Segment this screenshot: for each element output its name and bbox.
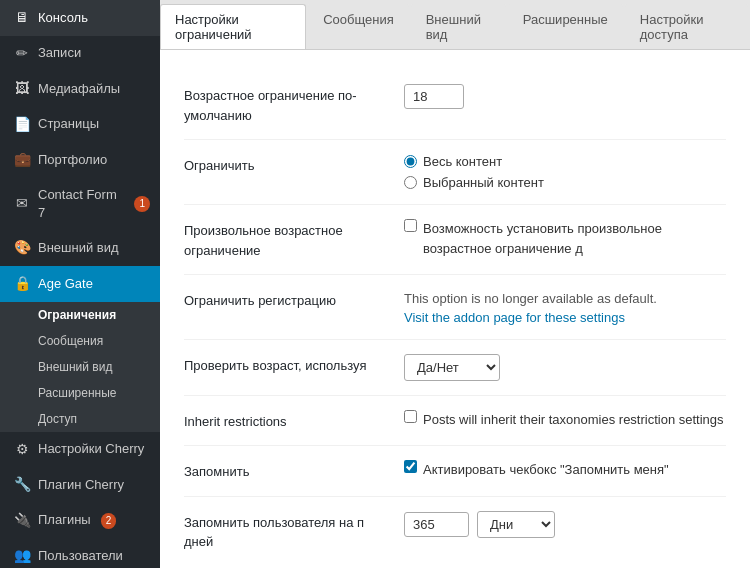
age-gate-icon: 🔒	[14, 274, 30, 294]
remember-days-inline: Дни	[404, 511, 726, 538]
sidebar-label-media: Медиафайлы	[38, 80, 120, 98]
select-remember-days-unit[interactable]: Дни	[477, 511, 555, 538]
sidebar-label-users: Пользователи	[38, 547, 123, 565]
label-age-default: Возрастное ограничение по-умолчанию	[184, 84, 384, 125]
label-inherit: Inherit restrictions	[184, 410, 384, 432]
form-row-age-default: Возрастное ограничение по-умолчанию	[184, 70, 726, 140]
sidebar-item-pages[interactable]: 📄 Страницы	[0, 107, 160, 143]
sidebar-label-plugins: Плагины	[38, 511, 91, 529]
submenu-appearance[interactable]: Внешний вид	[0, 354, 160, 380]
checkbox-inherit[interactable]	[404, 410, 417, 423]
checkbox-inherit-label[interactable]: Posts will inherit their taxonomies rest…	[404, 410, 726, 430]
tab-restrictions[interactable]: Настройки ограничений	[160, 4, 306, 49]
sidebar-item-media[interactable]: 🖼 Медиафайлы	[0, 71, 160, 107]
console-icon: 🖥	[14, 8, 30, 28]
appearance-icon: 🎨	[14, 238, 30, 258]
label-restrict-registration: Ограничить регистрацию	[184, 289, 384, 311]
control-restrict-registration: This option is no longer available as de…	[404, 289, 726, 325]
control-custom-age: Возможность установить произвольное возр…	[404, 219, 726, 258]
plugins-badge: 2	[101, 513, 117, 529]
sidebar-label-contact-form: Contact Form 7	[38, 186, 124, 222]
form-row-remember-days: Запомнить пользователя на п дней Дни	[184, 497, 726, 566]
form-row-inherit: Inherit restrictions Posts will inherit …	[184, 396, 726, 447]
control-check-age: Да/Нет	[404, 354, 726, 381]
checkbox-custom-age-text: Возможность установить произвольное возр…	[423, 219, 726, 258]
label-remember-days: Запомнить пользователя на п дней	[184, 511, 384, 552]
control-remember: Активировать чекбокс "Запомнить меня"	[404, 460, 726, 480]
sidebar-item-cherry-plugin[interactable]: 🔧 Плагин Cherry	[0, 467, 160, 503]
label-custom-age: Произвольное возрастное ограничение	[184, 219, 384, 260]
label-check-age: Проверить возраст, используя	[184, 354, 384, 376]
submenu-messages[interactable]: Сообщения	[0, 328, 160, 354]
submenu-restrictions[interactable]: Ограничения	[0, 302, 160, 328]
radio-selected-content-input[interactable]	[404, 176, 417, 189]
age-gate-submenu: Ограничения Сообщения Внешний вид Расшир…	[0, 302, 160, 432]
tab-messages[interactable]: Сообщения	[308, 4, 409, 49]
sidebar-item-cherry-settings[interactable]: ⚙ Настройки Cherry	[0, 432, 160, 468]
checkbox-remember-text: Активировать чекбокс "Запомнить меня"	[423, 460, 669, 480]
sidebar-item-age-gate[interactable]: 🔒 Age Gate	[0, 266, 160, 302]
tab-appearance[interactable]: Внешний вид	[411, 4, 506, 49]
checkbox-custom-age[interactable]	[404, 219, 417, 232]
radio-selected-content[interactable]: Выбранный контент	[404, 175, 726, 190]
sidebar-item-posts[interactable]: ✏ Записи	[0, 36, 160, 72]
control-inherit: Posts will inherit their taxonomies rest…	[404, 410, 726, 430]
sidebar-item-contact-form[interactable]: ✉ Contact Form 7 1	[0, 178, 160, 230]
sidebar-item-appearance[interactable]: 🎨 Внешний вид	[0, 230, 160, 266]
sidebar: 🖥 Консоль ✏ Записи 🖼 Медиафайлы 📄 Страни…	[0, 0, 160, 568]
control-remember-days: Дни	[404, 511, 726, 538]
select-check-age[interactable]: Да/Нет	[404, 354, 500, 381]
sidebar-item-console[interactable]: 🖥 Консоль	[0, 0, 160, 36]
media-icon: 🖼	[14, 79, 30, 99]
form-row-custom-age: Произвольное возрастное ограничение Возм…	[184, 205, 726, 275]
content-area: Возрастное ограничение по-умолчанию Огра…	[160, 50, 750, 568]
sidebar-label-console: Консоль	[38, 9, 88, 27]
form-row-restrict-registration: Ограничить регистрацию This option is no…	[184, 275, 726, 340]
tab-advanced[interactable]: Расширенные	[508, 4, 623, 49]
sidebar-item-portfolio[interactable]: 💼 Портфолио	[0, 142, 160, 178]
checkbox-remember-label[interactable]: Активировать чекбокс "Запомнить меня"	[404, 460, 726, 480]
sidebar-label-age-gate: Age Gate	[38, 275, 93, 293]
tabs-bar: Настройки ограничений Сообщения Внешний …	[160, 0, 750, 50]
restrict-registration-link[interactable]: Visit the addon page for these settings	[404, 310, 625, 325]
contact-form-badge: 1	[134, 196, 150, 212]
cherry-settings-icon: ⚙	[14, 440, 30, 460]
users-icon: 👥	[14, 546, 30, 566]
portfolio-icon: 💼	[14, 150, 30, 170]
radio-selected-content-label: Выбранный контент	[423, 175, 544, 190]
input-age-default[interactable]	[404, 84, 464, 109]
radio-group-restrict: Весь контент Выбранный контент	[404, 154, 726, 190]
plugins-icon: 🔌	[14, 511, 30, 531]
radio-all-content[interactable]: Весь контент	[404, 154, 726, 169]
input-remember-days[interactable]	[404, 512, 469, 537]
sidebar-label-cherry-plugin: Плагин Cherry	[38, 476, 124, 494]
radio-all-content-input[interactable]	[404, 155, 417, 168]
submenu-access[interactable]: Доступ	[0, 406, 160, 432]
control-age-default	[404, 84, 726, 109]
sidebar-label-portfolio: Портфолио	[38, 151, 107, 169]
checkbox-inherit-text: Posts will inherit their taxonomies rest…	[423, 410, 724, 430]
contact-form-icon: ✉	[14, 194, 30, 214]
form-row-restrict: Ограничить Весь контент Выбранный контен…	[184, 140, 726, 205]
restrict-registration-text: This option is no longer available as de…	[404, 289, 726, 310]
cherry-plugin-icon: 🔧	[14, 475, 30, 495]
control-restrict: Весь контент Выбранный контент	[404, 154, 726, 190]
checkbox-remember[interactable]	[404, 460, 417, 473]
sidebar-label-cherry-settings: Настройки Cherry	[38, 440, 144, 458]
pages-icon: 📄	[14, 115, 30, 135]
sidebar-item-users[interactable]: 👥 Пользователи	[0, 538, 160, 568]
sidebar-label-appearance: Внешний вид	[38, 239, 119, 257]
sidebar-label-pages: Страницы	[38, 115, 99, 133]
radio-all-content-label: Весь контент	[423, 154, 502, 169]
submenu-advanced[interactable]: Расширенные	[0, 380, 160, 406]
form-row-remember: Запомнить Активировать чекбокс "Запомнит…	[184, 446, 726, 497]
posts-icon: ✏	[14, 44, 30, 64]
sidebar-label-posts: Записи	[38, 44, 81, 62]
checkbox-custom-age-label[interactable]: Возможность установить произвольное возр…	[404, 219, 726, 258]
form-row-check-age: Проверить возраст, используя Да/Нет	[184, 340, 726, 396]
tab-access[interactable]: Настройки доступа	[625, 4, 748, 49]
label-restrict: Ограничить	[184, 154, 384, 176]
main-area: Настройки ограничений Сообщения Внешний …	[160, 0, 750, 568]
sidebar-item-plugins[interactable]: 🔌 Плагины 2	[0, 503, 160, 539]
label-remember: Запомнить	[184, 460, 384, 482]
